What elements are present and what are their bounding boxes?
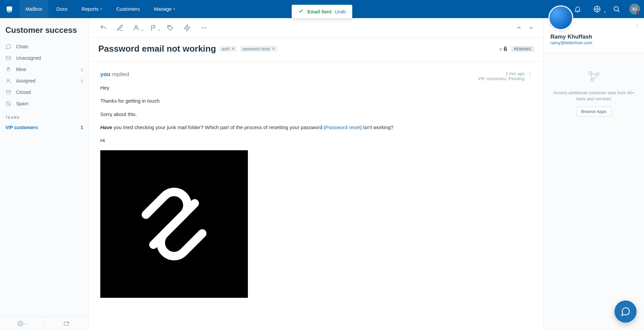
chevron-down-icon: ▾ <box>142 29 143 32</box>
conversation-toolbar: ▾ ▾ <box>89 18 543 38</box>
assign-button[interactable]: ▾ <box>129 21 145 35</box>
nav-mailbox[interactable]: Mailbox <box>19 0 48 18</box>
svg-point-23 <box>205 27 206 28</box>
svg-point-9 <box>7 79 9 81</box>
status-dot <box>637 11 640 14</box>
customer-more[interactable] <box>634 23 641 28</box>
svg-point-6 <box>614 7 619 11</box>
customer-card: Ramy Khuffash ramy@letterfuel.com <box>544 18 644 53</box>
apps-promo: Access additional customer data from 40+… <box>544 53 644 132</box>
folder-unassigned[interactable]: Unassigned <box>2 52 87 64</box>
more-button[interactable] <box>196 21 212 35</box>
chat-fab[interactable] <box>614 300 637 323</box>
customer-panel: Ramy Khuffash ramy@letterfuel.com Access… <box>543 18 644 330</box>
svg-point-25 <box>530 74 530 75</box>
search-icon[interactable] <box>610 2 623 16</box>
svg-point-22 <box>203 27 204 28</box>
svg-point-27 <box>637 23 638 24</box>
subject-title: Password email not working <box>98 44 216 54</box>
customer-avatar[interactable] <box>548 5 573 30</box>
block-icon <box>5 101 11 107</box>
mailbox-title: Customer success <box>0 18 89 41</box>
message-from: you replied <box>100 71 129 78</box>
folder-assigned[interactable]: Assigned1 <box>2 75 87 87</box>
status-button[interactable]: ▾ <box>146 21 161 35</box>
chevron-down-icon: ▾ <box>25 322 26 325</box>
workflow-button[interactable] <box>179 21 195 35</box>
note-button[interactable] <box>112 21 128 35</box>
help-icon[interactable]: ▾ <box>590 2 604 16</box>
svg-point-21 <box>202 27 203 28</box>
svg-point-24 <box>530 72 530 73</box>
svg-line-13 <box>7 102 10 105</box>
sidebar-new[interactable] <box>45 317 89 330</box>
close-icon[interactable]: ✕ <box>272 47 275 51</box>
conversation-pane: ▾ ▾ Password email not working auth✕ pas… <box>89 18 543 330</box>
customer-name: Ramy Khuffash <box>550 34 637 40</box>
nav-customers[interactable]: Customers <box>110 0 146 18</box>
chevron-down-icon: ▾ <box>158 29 160 32</box>
message-attachment <box>100 150 248 298</box>
nav-manage[interactable]: Manage▾ <box>148 0 181 18</box>
prev-convo[interactable] <box>513 22 525 34</box>
check-icon <box>298 8 304 15</box>
chat-icon <box>5 44 11 50</box>
nav-docs[interactable]: Docs <box>50 0 73 18</box>
sidebar: Customer success Chats Unassigned Mine2 … <box>0 18 89 330</box>
mail-icon <box>5 55 11 61</box>
notifications-icon[interactable] <box>571 2 584 16</box>
team-vip-customers[interactable]: VIP customers 1 <box>0 122 89 133</box>
svg-point-19 <box>169 26 170 27</box>
svg-rect-10 <box>6 90 11 92</box>
svg-rect-8 <box>6 56 11 60</box>
folder-mine[interactable]: Mine2 <box>2 64 87 75</box>
next-convo[interactable] <box>525 22 537 34</box>
network-icon <box>587 69 601 85</box>
tag-password-reset[interactable]: password reset✕ <box>240 46 277 52</box>
folder-spam[interactable]: Spam <box>2 98 87 109</box>
tag-button[interactable] <box>163 21 178 35</box>
chevron-down-icon: ▾ <box>173 7 175 11</box>
user-avatar[interactable]: SJ <box>629 4 640 14</box>
toast-text: Email Sent <box>307 9 331 14</box>
browse-apps-button[interactable]: Browse Apps <box>576 107 612 116</box>
svg-line-35 <box>593 75 597 79</box>
tag-auth[interactable]: auth✕ <box>219 46 237 52</box>
customer-email[interactable]: ramy@letterfuel.com <box>550 40 637 45</box>
archive-icon <box>5 89 11 95</box>
nav-reports[interactable]: Reports▾ <box>75 0 108 18</box>
hand-icon <box>5 66 11 72</box>
chevron-down-icon: ▾ <box>101 7 102 11</box>
email-sent-toast: Email Sent Undo <box>291 5 352 19</box>
svg-point-1 <box>596 8 598 10</box>
svg-marker-20 <box>184 24 190 31</box>
app-logo[interactable] <box>4 4 15 14</box>
folder-chats[interactable]: Chats <box>2 41 87 52</box>
folder-closed[interactable]: Closed <box>2 87 87 98</box>
chevron-down-icon: ▾ <box>604 10 606 14</box>
message-body: Hey Thanks for getting in touch Sorry ab… <box>100 84 532 298</box>
close-icon[interactable]: ✕ <box>231 47 234 51</box>
svg-line-33 <box>591 74 596 74</box>
svg-point-29 <box>637 27 638 28</box>
subject-bar: Password email not working auth✕ passwor… <box>89 38 543 62</box>
message-meta: 1 min ago VIP customers, Pending <box>478 71 525 81</box>
apps-text: Access additional customer data from 40+… <box>552 90 636 102</box>
message-more[interactable] <box>527 72 533 77</box>
svg-point-18 <box>135 25 138 28</box>
convo-number: # 6 <box>499 45 507 53</box>
svg-line-7 <box>618 10 619 12</box>
svg-line-34 <box>591 74 592 79</box>
svg-point-28 <box>637 25 638 26</box>
sidebar-settings[interactable]: ▾ <box>0 317 45 330</box>
thread: you replied 1 min ago VIP customers, Pen… <box>89 62 543 330</box>
teams-label: TEAMS <box>0 109 89 122</box>
reply-button[interactable] <box>96 21 111 35</box>
svg-point-26 <box>530 76 530 76</box>
password-reset-link[interactable]: Password reset <box>325 124 360 130</box>
user-icon <box>5 78 11 84</box>
status-pill: PENDING <box>511 46 534 52</box>
undo-link[interactable]: Undo <box>335 9 346 14</box>
svg-point-14 <box>20 323 21 324</box>
